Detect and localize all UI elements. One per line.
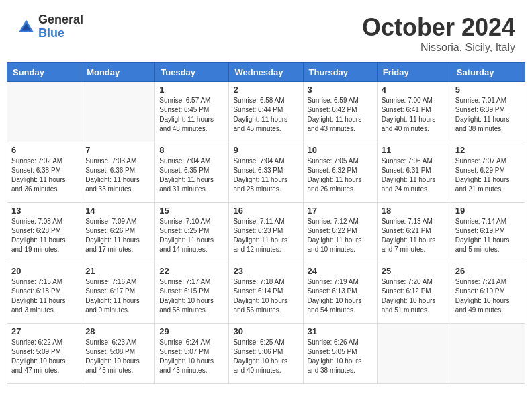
day-number: 14: [85, 205, 150, 216]
day-info: Sunrise: 7:17 AM Sunset: 6:15 PM Dayligh…: [159, 277, 224, 315]
weekday-header: Friday: [377, 63, 451, 82]
calendar-cell: 30Sunrise: 6:25 AM Sunset: 5:06 PM Dayli…: [229, 324, 303, 384]
day-info: Sunrise: 7:05 AM Sunset: 6:32 PM Dayligh…: [308, 156, 373, 194]
calendar-cell: 18Sunrise: 7:13 AM Sunset: 6:21 PM Dayli…: [377, 203, 451, 263]
weekday-header: Monday: [81, 63, 155, 82]
day-number: 23: [233, 266, 298, 276]
day-number: 4: [382, 85, 447, 95]
day-number: 10: [308, 145, 373, 155]
day-number: 21: [85, 266, 150, 276]
day-number: 29: [159, 326, 224, 336]
calendar-cell: 1Sunrise: 6:57 AM Sunset: 6:45 PM Daylig…: [155, 82, 229, 142]
calendar-cell: 13Sunrise: 7:08 AM Sunset: 6:28 PM Dayli…: [7, 203, 81, 263]
day-number: 16: [233, 205, 298, 216]
logo: General Blue: [17, 13, 83, 40]
calendar-cell: 10Sunrise: 7:05 AM Sunset: 6:32 PM Dayli…: [303, 142, 377, 203]
calendar-cell: 8Sunrise: 7:04 AM Sunset: 6:35 PM Daylig…: [155, 142, 229, 203]
calendar-cell: 16Sunrise: 7:11 AM Sunset: 6:23 PM Dayli…: [229, 203, 303, 263]
calendar-cell: 29Sunrise: 6:24 AM Sunset: 5:07 PM Dayli…: [155, 324, 229, 384]
day-info: Sunrise: 7:09 AM Sunset: 6:26 PM Dayligh…: [85, 217, 150, 255]
day-number: 7: [85, 145, 150, 155]
calendar-week-row: 1Sunrise: 6:57 AM Sunset: 6:45 PM Daylig…: [7, 82, 525, 142]
logo-text: General Blue: [38, 13, 83, 40]
day-info: Sunrise: 7:12 AM Sunset: 6:22 PM Dayligh…: [308, 217, 373, 255]
day-number: 8: [159, 145, 224, 155]
day-info: Sunrise: 7:00 AM Sunset: 6:41 PM Dayligh…: [382, 96, 447, 134]
calendar-cell: [377, 324, 451, 384]
day-info: Sunrise: 6:24 AM Sunset: 5:07 PM Dayligh…: [159, 338, 224, 375]
page-header: General Blue October 2024 Nissoria, Sici…: [7, 7, 525, 57]
day-info: Sunrise: 7:20 AM Sunset: 6:12 PM Dayligh…: [382, 277, 447, 315]
calendar-cell: 24Sunrise: 7:19 AM Sunset: 6:13 PM Dayli…: [303, 263, 377, 324]
day-number: 27: [11, 326, 77, 336]
day-info: Sunrise: 7:03 AM Sunset: 6:36 PM Dayligh…: [85, 156, 150, 194]
calendar-cell: 21Sunrise: 7:16 AM Sunset: 6:17 PM Dayli…: [81, 263, 155, 324]
calendar-cell: 28Sunrise: 6:23 AM Sunset: 5:08 PM Dayli…: [81, 324, 155, 384]
calendar-week-row: 27Sunrise: 6:22 AM Sunset: 5:09 PM Dayli…: [7, 324, 525, 384]
day-info: Sunrise: 6:22 AM Sunset: 5:09 PM Dayligh…: [11, 338, 77, 375]
day-info: Sunrise: 7:04 AM Sunset: 6:35 PM Dayligh…: [159, 156, 224, 194]
logo-general: General: [38, 13, 83, 27]
calendar-week-row: 6Sunrise: 7:02 AM Sunset: 6:38 PM Daylig…: [7, 142, 525, 203]
calendar-cell: 2Sunrise: 6:58 AM Sunset: 6:44 PM Daylig…: [229, 82, 303, 142]
day-number: 28: [85, 326, 150, 336]
calendar-cell: 7Sunrise: 7:03 AM Sunset: 6:36 PM Daylig…: [81, 142, 155, 203]
calendar-cell: [7, 82, 81, 142]
calendar-cell: 22Sunrise: 7:17 AM Sunset: 6:15 PM Dayli…: [155, 263, 229, 324]
calendar-cell: 11Sunrise: 7:06 AM Sunset: 6:31 PM Dayli…: [377, 142, 451, 203]
day-info: Sunrise: 6:59 AM Sunset: 6:42 PM Dayligh…: [308, 96, 373, 134]
day-number: 3: [308, 85, 373, 95]
day-info: Sunrise: 6:23 AM Sunset: 5:08 PM Dayligh…: [85, 338, 150, 375]
weekday-header: Sunday: [7, 63, 81, 82]
month-title: October 2024: [362, 13, 515, 42]
day-info: Sunrise: 6:58 AM Sunset: 6:44 PM Dayligh…: [233, 96, 298, 134]
calendar-cell: 19Sunrise: 7:14 AM Sunset: 6:19 PM Dayli…: [451, 203, 525, 263]
calendar-cell: 5Sunrise: 7:01 AM Sunset: 6:39 PM Daylig…: [451, 82, 525, 142]
day-info: Sunrise: 7:01 AM Sunset: 6:39 PM Dayligh…: [455, 96, 521, 134]
calendar-week-row: 20Sunrise: 7:15 AM Sunset: 6:18 PM Dayli…: [7, 263, 525, 324]
day-info: Sunrise: 7:08 AM Sunset: 6:28 PM Dayligh…: [11, 217, 77, 255]
calendar-cell: 25Sunrise: 7:20 AM Sunset: 6:12 PM Dayli…: [377, 263, 451, 324]
day-info: Sunrise: 7:02 AM Sunset: 6:38 PM Dayligh…: [11, 156, 77, 194]
calendar-cell: 9Sunrise: 7:04 AM Sunset: 6:33 PM Daylig…: [229, 142, 303, 203]
calendar-cell: 14Sunrise: 7:09 AM Sunset: 6:26 PM Dayli…: [81, 203, 155, 263]
calendar-header-row: SundayMondayTuesdayWednesdayThursdayFrid…: [7, 63, 525, 82]
day-number: 9: [233, 145, 298, 155]
day-number: 11: [382, 145, 447, 155]
location: Nissoria, Sicily, Italy: [362, 42, 515, 54]
weekday-header: Saturday: [451, 63, 525, 82]
calendar-cell: 26Sunrise: 7:21 AM Sunset: 6:10 PM Dayli…: [451, 263, 525, 324]
logo-blue: Blue: [38, 27, 83, 40]
day-number: 15: [159, 205, 224, 216]
day-number: 5: [455, 85, 521, 95]
day-number: 25: [382, 266, 447, 276]
calendar-cell: 27Sunrise: 6:22 AM Sunset: 5:09 PM Dayli…: [7, 324, 81, 384]
day-info: Sunrise: 7:19 AM Sunset: 6:13 PM Dayligh…: [308, 277, 373, 315]
calendar-cell: 4Sunrise: 7:00 AM Sunset: 6:41 PM Daylig…: [377, 82, 451, 142]
calendar-cell: 17Sunrise: 7:12 AM Sunset: 6:22 PM Dayli…: [303, 203, 377, 263]
day-info: Sunrise: 7:10 AM Sunset: 6:25 PM Dayligh…: [159, 217, 224, 255]
calendar-cell: 23Sunrise: 7:18 AM Sunset: 6:14 PM Dayli…: [229, 263, 303, 324]
day-info: Sunrise: 7:07 AM Sunset: 6:29 PM Dayligh…: [455, 156, 521, 194]
day-info: Sunrise: 7:18 AM Sunset: 6:14 PM Dayligh…: [233, 277, 298, 315]
calendar-cell: 31Sunrise: 6:26 AM Sunset: 5:05 PM Dayli…: [303, 324, 377, 384]
day-info: Sunrise: 7:11 AM Sunset: 6:23 PM Dayligh…: [233, 217, 298, 255]
calendar-table: SundayMondayTuesdayWednesdayThursdayFrid…: [7, 62, 525, 384]
day-number: 31: [308, 326, 373, 336]
day-number: 12: [455, 145, 521, 155]
day-info: Sunrise: 6:57 AM Sunset: 6:45 PM Dayligh…: [159, 96, 224, 134]
day-number: 2: [233, 85, 298, 95]
day-number: 13: [11, 205, 77, 216]
day-info: Sunrise: 7:15 AM Sunset: 6:18 PM Dayligh…: [11, 277, 77, 315]
calendar-cell: [451, 324, 525, 384]
day-number: 20: [11, 266, 77, 276]
day-number: 30: [233, 326, 298, 336]
weekday-header: Wednesday: [229, 63, 303, 82]
day-number: 17: [308, 205, 373, 216]
day-info: Sunrise: 7:14 AM Sunset: 6:19 PM Dayligh…: [455, 217, 521, 255]
title-block: October 2024 Nissoria, Sicily, Italy: [362, 13, 515, 54]
day-number: 1: [159, 85, 224, 95]
weekday-header: Tuesday: [155, 63, 229, 82]
day-info: Sunrise: 7:06 AM Sunset: 6:31 PM Dayligh…: [382, 156, 447, 194]
day-number: 22: [159, 266, 224, 276]
